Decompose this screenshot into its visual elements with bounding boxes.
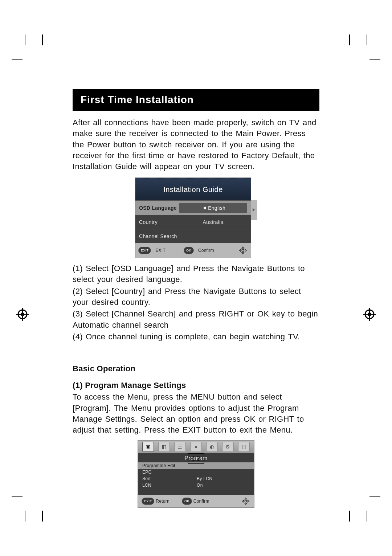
crop-mark [12,496,23,497]
section-banner: First Time Installation [73,89,319,111]
crop-mark [12,59,23,60]
menu-footer: EXIT Return OK Confirm [138,495,254,507]
menu-row-epg[interactable]: EPG [138,469,254,475]
osd-row-country[interactable]: Country Australia [135,215,251,229]
page-number: 12 [188,453,204,464]
menu-row-label: EPG [142,470,186,475]
intro-paragraph: After all connections have been made pro… [73,117,319,172]
exit-pill-icon: EXIT [142,498,154,505]
menu-tab-option[interactable]: ◐ [206,442,218,452]
menu-tab-picture[interactable]: ◧ [158,442,170,452]
svg-point-5 [245,500,247,502]
dpad-icon [238,245,248,255]
registration-mark-icon [363,308,376,321]
crop-mark [369,59,380,60]
menu-tab-channel[interactable]: ☰ [174,442,186,452]
registration-mark-icon [16,308,29,321]
step-text: (3) Select [Channel Search] and press RI… [73,308,319,331]
crop-mark [349,511,350,522]
step-text: (4) Once channel tuning is complete, can… [73,331,319,342]
confirm-label: Confirm [198,248,214,253]
basic-operation-heading: Basic Operation [73,364,319,373]
osd-row-osd-language[interactable]: OSD Language ◀ English [135,201,251,215]
osd-row-channel-search[interactable]: Channel Search [135,229,251,243]
chevron-right-icon[interactable] [251,200,257,220]
crop-mark [42,34,43,45]
osd-row-value: English [208,205,225,211]
crop-mark [25,34,25,45]
osd-row-value: Australia [203,219,223,225]
program-settings-paragraph: To access the Menu, press the MENU butto… [73,392,319,436]
menu-tab-usb[interactable]: ⍞ [238,442,250,452]
crop-mark [367,34,367,45]
crop-mark [349,34,350,45]
svg-point-4 [242,249,244,252]
menu-row-lcn[interactable]: LCN On [138,482,254,488]
step-text: (1) Select [OSD Language] and Press the … [73,263,319,285]
crop-mark [42,511,43,522]
confirm-label: Confirm [193,499,209,504]
dpad-icon [241,496,250,506]
exit-pill-icon: EXIT [138,247,151,254]
menu-row-sort[interactable]: Sort By LCN [138,475,254,482]
menu-row-label: Sort [142,476,186,481]
menu-tab-time[interactable]: ● [190,442,202,452]
installation-guide-osd: Installation Guide OSD Language ◀ Englis… [135,177,257,258]
ok-pill-icon: OK [184,247,194,254]
menu-row-label: Programme Edit [142,463,186,468]
osd-title: Installation Guide [135,179,251,201]
menu-tab-system[interactable]: ⚙ [222,442,234,452]
exit-label: EXIT [155,248,166,253]
program-settings-heading: (1) Program Manage Settings [73,381,319,390]
crop-mark [367,511,367,522]
step-text: (2) Select [Country] and Press the Navig… [73,286,319,308]
return-label: Return [156,499,170,504]
manual-page: First Time Installation After all connec… [0,0,392,556]
crop-mark [369,496,380,497]
chevron-left-icon[interactable]: ◀ [201,205,208,210]
ok-pill-icon: OK [182,498,192,505]
osd-row-label: Channel Search [139,233,179,239]
program-menu-osd: ▣ ◧ ☰ ● ◐ ⚙ ⍞ Program Programme Edit EPG… [138,440,254,508]
menu-tabs: ▣ ◧ ☰ ● ◐ ⚙ ⍞ [138,441,254,453]
menu-row-value: On [186,483,250,488]
page-content: First Time Installation After all connec… [73,89,319,508]
menu-row-label: LCN [142,483,186,488]
osd-footer: EXIT EXIT OK Confirm [135,243,251,258]
osd-row-label: OSD Language [139,205,179,211]
menu-tab-program[interactable]: ▣ [142,442,154,452]
menu-row-value: By LCN [186,476,250,481]
crop-mark [25,511,25,522]
osd-row-label: Country [139,219,179,225]
